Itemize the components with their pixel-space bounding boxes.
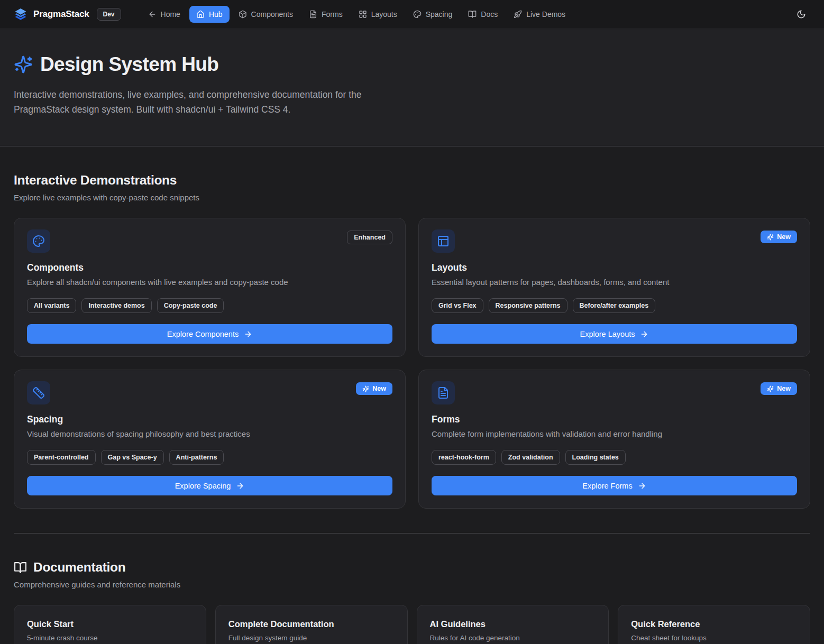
- arrow-right-icon: [244, 330, 252, 338]
- nav-item-label: Docs: [481, 10, 498, 19]
- moon-icon: [796, 10, 806, 19]
- nav-item-home[interactable]: Home: [141, 6, 187, 23]
- card-title: Components: [27, 262, 392, 273]
- ruler-icon: [32, 387, 45, 399]
- card-title: Layouts: [432, 262, 797, 273]
- card-description: Complete form implementations with valid…: [432, 429, 797, 438]
- file-text-icon: [309, 10, 317, 19]
- tag-row: react-hook-formZod validationLoading sta…: [432, 450, 797, 465]
- doc-card-grid: Quick Start5-minute crash courseComplete…: [14, 605, 810, 644]
- tag-row: Parent-controlledGap vs Space-yAnti-patt…: [27, 450, 392, 465]
- tag-badge: Responsive patterns: [489, 298, 567, 313]
- book-open-icon: [14, 561, 27, 574]
- doc-card-description: Cheat sheet for lookups: [631, 634, 797, 642]
- demo-card-components: EnhancedComponentsExplore all shadcn/ui …: [14, 218, 406, 357]
- main-content: Interactive Demonstrations Explore live …: [0, 146, 824, 644]
- card-description: Explore all shadcn/ui components with li…: [27, 278, 392, 287]
- tag-badge: Parent-controlled: [27, 450, 96, 465]
- card-icon-tile: [27, 381, 50, 404]
- box-icon: [239, 10, 247, 19]
- layout-grid-icon: [359, 10, 367, 19]
- sparkles-icon: [767, 385, 774, 392]
- doc-card-title: AI Guidelines: [430, 619, 596, 629]
- explore-components-button[interactable]: Explore Components: [27, 324, 392, 344]
- card-icon-tile: [432, 229, 455, 253]
- tag-badge: Gap vs Space-y: [101, 450, 164, 465]
- demos-heading: Interactive Demonstrations: [14, 173, 810, 188]
- book-open-icon: [468, 10, 477, 19]
- doc-card-complete-documentation[interactable]: Complete DocumentationFull design system…: [215, 605, 408, 644]
- layout-panel-icon: [437, 235, 450, 247]
- nav-item-forms[interactable]: Forms: [302, 6, 350, 23]
- card-description: Essential layout patterns for pages, das…: [432, 278, 797, 287]
- sparkles-icon: [362, 385, 369, 392]
- tag-badge: react-hook-form: [432, 450, 496, 465]
- tag-row: All variantsInteractive demosCopy-paste …: [27, 298, 392, 313]
- explore-forms-button[interactable]: Explore Forms: [432, 476, 797, 495]
- docs-heading: Documentation: [33, 560, 125, 575]
- demo-card-grid: EnhancedComponentsExplore all shadcn/ui …: [14, 218, 810, 509]
- card-icon-tile: [27, 229, 50, 253]
- palette-icon: [413, 10, 422, 19]
- explore-layouts-button[interactable]: Explore Layouts: [432, 324, 797, 344]
- hero: Design System Hub Interactive demonstrat…: [0, 29, 824, 146]
- doc-card-quick-start[interactable]: Quick Start5-minute crash course: [14, 605, 206, 644]
- tag-badge: Anti-patterns: [169, 450, 224, 465]
- nav-item-label: Forms: [322, 10, 343, 19]
- explore-spacing-button[interactable]: Explore Spacing: [27, 476, 392, 495]
- rocket-icon: [514, 10, 522, 19]
- tag-badge: Before/after examples: [573, 298, 656, 313]
- card-icon-tile: [432, 381, 455, 404]
- demo-card-forms: NewFormsComplete form implementations wi…: [418, 370, 810, 509]
- hero-subtitle: Interactive demonstrations, live example…: [14, 87, 408, 117]
- tag-badge: Grid vs Flex: [432, 298, 483, 313]
- demos-subheading: Explore live examples with copy-paste co…: [14, 193, 810, 202]
- doc-card-title: Quick Reference: [631, 619, 797, 629]
- doc-card-ai-guidelines[interactable]: AI GuidelinesRules for AI code generatio…: [417, 605, 609, 644]
- new-badge: New: [761, 382, 797, 395]
- page-title: Design System Hub: [40, 53, 218, 76]
- sparkles-icon: [14, 55, 33, 74]
- sparkles-icon: [767, 234, 774, 241]
- docs-heading-row: Documentation: [14, 560, 810, 575]
- tag-badge: Copy-paste code: [157, 298, 224, 313]
- tag-badge: Loading states: [565, 450, 626, 465]
- brand-link[interactable]: PragmaStack: [14, 7, 89, 21]
- arrow-left-icon: [148, 10, 157, 19]
- doc-card-description: 5-minute crash course: [27, 634, 193, 642]
- top-nav: PragmaStack Dev HomeHubComponentsFormsLa…: [0, 0, 824, 29]
- card-description: Visual demonstrations of spacing philoso…: [27, 429, 392, 438]
- arrow-right-icon: [236, 482, 244, 490]
- brand-name: PragmaStack: [33, 9, 89, 20]
- nav-item-hub[interactable]: Hub: [189, 6, 230, 23]
- nav-item-components[interactable]: Components: [232, 6, 300, 23]
- palette-icon: [32, 235, 45, 247]
- tag-row: Grid vs FlexResponsive patternsBefore/af…: [432, 298, 797, 313]
- new-badge: New: [356, 382, 392, 395]
- nav-menu: HomeHubComponentsFormsLayoutsSpacingDocs…: [141, 6, 573, 23]
- new-badge: New: [761, 231, 797, 243]
- nav-item-live-demos[interactable]: Live Demos: [507, 6, 572, 23]
- docs-section: Documentation Comprehensive guides and r…: [14, 533, 810, 644]
- arrow-right-icon: [638, 482, 646, 490]
- nav-item-docs[interactable]: Docs: [461, 6, 505, 23]
- nav-item-label: Home: [161, 10, 180, 19]
- card-title: Forms: [432, 414, 797, 425]
- nav-item-layouts[interactable]: Layouts: [352, 6, 404, 23]
- arrow-right-icon: [640, 330, 648, 338]
- demos-section: Interactive Demonstrations Explore live …: [14, 146, 810, 509]
- enhanced-badge: Enhanced: [347, 231, 392, 244]
- demo-card-spacing: NewSpacingVisual demonstrations of spaci…: [14, 370, 406, 509]
- doc-card-title: Quick Start: [27, 619, 193, 629]
- tag-badge: Zod validation: [501, 450, 560, 465]
- doc-card-title: Complete Documentation: [228, 619, 395, 629]
- nav-item-spacing[interactable]: Spacing: [406, 6, 460, 23]
- doc-card-description: Full design system guide: [228, 634, 395, 642]
- file-text-icon: [437, 387, 450, 399]
- env-badge: Dev: [97, 8, 121, 21]
- docs-subheading: Comprehensive guides and reference mater…: [14, 580, 810, 589]
- doc-card-quick-reference[interactable]: Quick ReferenceCheat sheet for lookups: [618, 605, 810, 644]
- doc-card-description: Rules for AI code generation: [430, 634, 596, 642]
- layers-logo-icon: [14, 7, 28, 21]
- theme-toggle-button[interactable]: [792, 5, 810, 23]
